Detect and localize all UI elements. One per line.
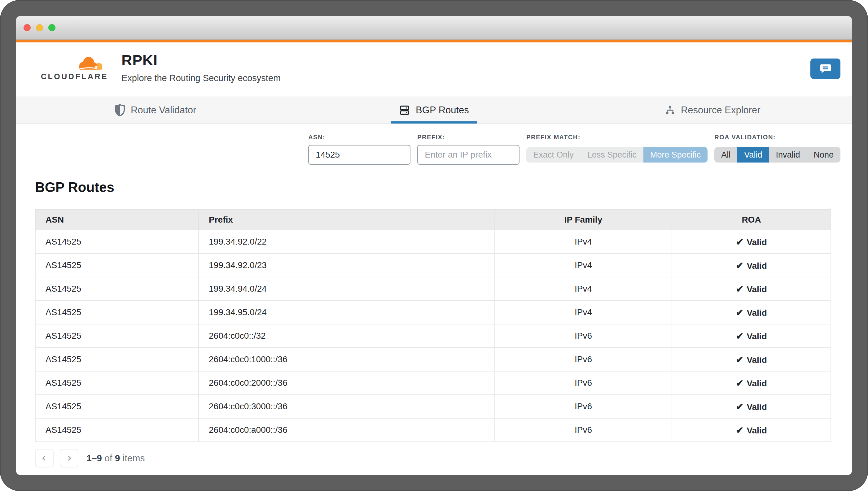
roa-option-invalid[interactable]: Invalid [769,147,807,163]
prefix-filter-group: PREFIX: [417,134,520,165]
asn-cell: AS14525 [35,371,199,395]
roa-cell: ✔Valid [672,348,831,371]
prefix-cell: 2604:c0c0:1000::/36 [199,348,495,371]
roa-option-valid[interactable]: Valid [737,147,769,163]
roa-status-label: Valid [747,285,767,294]
ip-family-cell: IPv6 [495,418,672,442]
check-icon: ✔ [736,260,744,270]
page-title: RPKI [121,52,281,69]
window-frame: CLOUDFLARE RPKI Explore the Routing Secu… [0,0,868,491]
asn-cell: AS14525 [35,254,199,277]
prefix-match-option-exact-only[interactable]: Exact Only [526,147,581,163]
check-icon: ✔ [736,237,744,247]
roa-cell: ✔Valid [672,254,831,277]
next-page-button[interactable] [60,449,78,467]
roa-status-label: Valid [747,237,767,247]
column-header-prefix: Prefix [199,210,495,230]
main-content: BGP Routes ASN Prefix IP Family ROA AS14… [16,174,852,475]
asn-filter-label: ASN: [308,134,411,141]
roa-status-label: Valid [747,261,767,270]
asn-input[interactable] [308,145,411,165]
close-window-button[interactable] [24,24,31,31]
roa-status-label: Valid [747,426,767,435]
prefix-input[interactable] [417,145,520,165]
pagination-range: 1–9 [86,453,102,463]
screenshot-canvas: CLOUDFLARE RPKI Explore the Routing Secu… [0,0,868,491]
app-window: CLOUDFLARE RPKI Explore the Routing Secu… [16,16,852,475]
tab-label: BGP Routes [416,105,469,116]
tab-bgp-routes[interactable]: BGP Routes [391,97,477,123]
feedback-chat-button[interactable] [810,59,840,79]
column-header-ip-family: IP Family [495,210,672,230]
bgp-routes-table: ASN Prefix IP Family ROA AS14525 199.34.… [35,209,831,442]
chevron-left-icon [40,454,49,463]
ip-family-cell: IPv4 [495,300,672,324]
prefix-cell: 199.34.94.0/24 [199,277,495,300]
check-icon: ✔ [736,402,744,412]
table-row: AS14525 199.34.95.0/24 IPv4 ✔Valid [35,300,831,324]
tab-label: Resource Explorer [681,105,760,116]
prefix-match-option-less-specific[interactable]: Less Specific [581,147,643,163]
roa-validation-filter-label: ROA VALIDATION: [715,134,840,141]
roa-cell: ✔Valid [672,300,831,324]
asn-filter-group: ASN: [308,134,411,165]
table-row: AS14525 199.34.92.0/23 IPv4 ✔Valid [35,254,831,277]
prefix-cell: 199.34.92.0/23 [199,254,495,277]
tab-resource-explorer[interactable]: Resource Explorer [657,97,768,123]
check-icon: ✔ [736,331,744,341]
cloudflare-logo: CLOUDFLARE [41,55,105,81]
table-row: AS14525 199.34.92.0/22 IPv4 ✔Valid [35,230,831,254]
tab-bar: Route Validator BGP Rout [16,96,852,124]
check-icon: ✔ [736,425,744,435]
roa-status-label: Valid [747,355,767,365]
roa-cell: ✔Valid [672,395,831,418]
prefix-cell: 199.34.92.0/22 [199,230,495,254]
asn-cell: AS14525 [35,418,199,442]
roa-status-label: Valid [747,331,767,341]
prefix-match-option-more-specific[interactable]: More Specific [643,147,708,163]
asn-cell: AS14525 [35,277,199,300]
ip-family-cell: IPv4 [495,230,672,254]
roa-cell: ✔Valid [672,371,831,395]
asn-cell: AS14525 [35,324,199,348]
server-icon [399,105,410,116]
chevron-right-icon [65,454,74,463]
roa-option-all[interactable]: All [715,147,737,163]
prefix-match-filter-label: PREFIX MATCH: [526,134,707,141]
asn-cell: AS14525 [35,300,199,324]
previous-page-button[interactable] [35,449,54,467]
check-icon: ✔ [736,378,744,388]
zoom-window-button[interactable] [48,24,55,31]
cloudflare-cloud-icon [73,55,104,70]
asn-cell: AS14525 [35,230,199,254]
table-row: AS14525 199.34.94.0/24 IPv4 ✔Valid [35,277,831,300]
table-row: AS14525 2604:c0c0:a000::/36 IPv6 ✔Valid [35,418,831,442]
section-heading: BGP Routes [35,179,833,195]
ip-family-cell: IPv4 [495,277,672,300]
minimize-window-button[interactable] [36,24,43,31]
prefix-cell: 2604:c0c0::/32 [199,324,495,348]
shield-icon [115,104,125,116]
column-header-roa: ROA [672,210,831,230]
ip-family-cell: IPv6 [495,395,672,418]
filter-bar: ASN: PREFIX: PREFIX MATCH: Exact Only Le… [16,124,852,174]
app-header: CLOUDFLARE RPKI Explore the Routing Secu… [16,42,852,96]
prefix-match-filter-group: PREFIX MATCH: Exact Only Less Specific M… [526,134,707,163]
tab-route-validator[interactable]: Route Validator [107,97,204,123]
prefix-filter-label: PREFIX: [417,134,520,141]
prefix-cell: 2604:c0c0:3000::/36 [199,395,495,418]
table-row: AS14525 2604:c0c0:2000::/36 IPv6 ✔Valid [35,371,831,395]
roa-cell: ✔Valid [672,277,831,300]
prefix-cell: 199.34.95.0/24 [199,300,495,324]
pagination-of: of [104,453,112,463]
table-row: AS14525 2604:c0c0:3000::/36 IPv6 ✔Valid [35,395,831,418]
table-row: AS14525 2604:c0c0:1000::/36 IPv6 ✔Valid [35,348,831,371]
prefix-cell: 2604:c0c0:2000::/36 [199,371,495,395]
pagination-items: items [123,453,145,463]
roa-validation-filter-group: ROA VALIDATION: All Valid Invalid None [715,134,840,163]
roa-cell: ✔Valid [672,324,831,348]
check-icon: ✔ [736,284,744,294]
roa-option-none[interactable]: None [807,147,840,163]
roa-status-label: Valid [747,379,767,388]
roa-status-label: Valid [747,402,767,412]
